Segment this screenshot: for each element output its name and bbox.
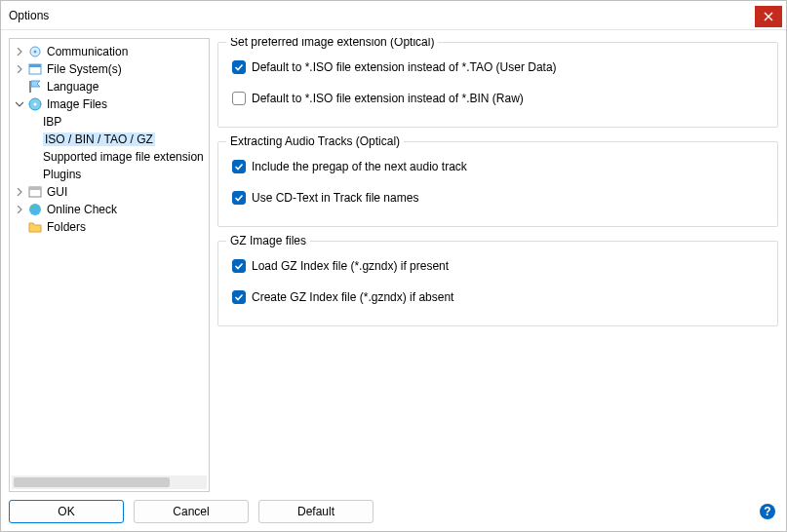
checkbox[interactable] [232, 92, 246, 105]
dialog-body: Communication File System(s) Language Im… [1, 30, 786, 492]
checkbox[interactable] [232, 160, 246, 173]
close-icon [764, 12, 773, 21]
checkbox-label: Default to *.ISO file extension instead … [252, 92, 524, 105]
scrollbar-thumb[interactable] [14, 477, 170, 487]
globe-icon [27, 202, 43, 217]
option-iso-instead-tao[interactable]: Default to *.ISO file extension instead … [232, 60, 764, 74]
tree-content: Communication File System(s) Language Im… [10, 43, 210, 236]
svg-rect-3 [29, 64, 41, 67]
disc-icon [27, 96, 43, 112]
checkbox-label: Include the pregap of the next audio tra… [252, 160, 467, 173]
calendar-icon [27, 61, 43, 77]
checkbox-label: Default to *.ISO file extension instead … [252, 60, 557, 74]
checkbox[interactable] [232, 290, 246, 304]
cancel-button[interactable]: Cancel [134, 500, 249, 523]
checkbox-label: Load GZ Index file (*.gzndx) if present [252, 259, 449, 273]
button-label: Default [297, 505, 334, 518]
folder-icon [27, 219, 43, 235]
button-label: OK [58, 505, 74, 518]
button-label: Cancel [173, 505, 209, 518]
option-use-cdtext[interactable]: Use CD-Text in Track file names [232, 191, 764, 205]
checkbox[interactable] [232, 259, 246, 273]
checkbox[interactable] [232, 60, 246, 74]
tree-item-language[interactable]: Language [10, 78, 210, 95]
tree-label: Supported image file extension [43, 150, 204, 164]
chevron-down-icon[interactable] [14, 98, 25, 110]
checkbox-label: Use CD-Text in Track file names [252, 191, 418, 205]
options-window: Options Communication File System(s) [0, 0, 787, 532]
option-create-gz-index[interactable]: Create GZ Index file (*.gzndx) if absent [232, 290, 764, 304]
tree-item-gui[interactable]: GUI [10, 183, 210, 201]
tree-item-iso-bin-tao-gz[interactable]: ISO / BIN / TAO / GZ [10, 131, 210, 148]
tree-label: Plugins [43, 168, 81, 181]
window-icon [27, 184, 43, 200]
svg-point-6 [34, 103, 37, 106]
chevron-right-icon[interactable] [14, 63, 25, 75]
group-legend: GZ Image files [226, 234, 310, 247]
group-legend: Extracting Audio Tracks (Optical) [226, 134, 404, 148]
tree-item-ibp[interactable]: IBP [10, 113, 210, 131]
tree-item-communication[interactable]: Communication [10, 43, 210, 60]
tree-item-folders[interactable]: Folders [10, 218, 210, 236]
svg-text:?: ? [764, 505, 770, 518]
option-include-pregap[interactable]: Include the pregap of the next audio tra… [232, 160, 764, 173]
dialog-footer: OK Cancel Default ? [1, 492, 786, 531]
tree-item-onlinecheck[interactable]: Online Check [10, 201, 210, 218]
horizontal-scrollbar[interactable] [12, 475, 207, 489]
checkbox[interactable] [232, 191, 246, 205]
tree-label: Image Files [47, 97, 107, 111]
tree-item-plugins[interactable]: Plugins [10, 166, 210, 183]
chevron-right-icon[interactable] [14, 46, 25, 57]
tree-label: ISO / BIN / TAO / GZ [43, 133, 155, 146]
tree-label: GUI [47, 185, 67, 199]
tree-label: Language [47, 80, 98, 94]
tree-label: Communication [47, 45, 128, 58]
chevron-right-icon[interactable] [14, 186, 25, 198]
gear-icon [27, 44, 43, 59]
checkbox-label: Create GZ Index file (*.gzndx) if absent [252, 290, 453, 304]
flag-icon [27, 79, 43, 95]
tree-item-imagefiles[interactable]: Image Files [10, 95, 210, 113]
help-button[interactable]: ? [759, 503, 776, 520]
svg-point-9 [29, 204, 41, 215]
tree-label: IBP [43, 115, 61, 129]
tree-label: Folders [47, 220, 86, 234]
option-load-gz-index[interactable]: Load GZ Index file (*.gzndx) if present [232, 259, 764, 273]
tree-item-supported-ext[interactable]: Supported image file extension [10, 148, 210, 166]
tree-label: File System(s) [47, 62, 122, 76]
settings-panel: Set preferred image extension (Optical) … [217, 38, 778, 492]
tree-label: Online Check [47, 203, 117, 216]
group-gz-image-files: GZ Image files Load GZ Index file (*.gzn… [217, 241, 778, 326]
chevron-right-icon[interactable] [14, 204, 25, 215]
svg-point-1 [34, 51, 37, 54]
close-button[interactable] [755, 6, 782, 27]
group-legend: Set preferred image extension (Optical) [226, 38, 438, 49]
group-preferred-extension: Set preferred image extension (Optical) … [217, 42, 778, 128]
titlebar: Options [1, 1, 786, 30]
window-title: Options [9, 9, 49, 22]
tree-panel[interactable]: Communication File System(s) Language Im… [9, 38, 210, 492]
help-icon: ? [759, 503, 776, 520]
svg-rect-8 [29, 187, 41, 190]
ok-button[interactable]: OK [9, 500, 124, 523]
tree-item-filesystems[interactable]: File System(s) [10, 60, 210, 78]
option-iso-instead-bin[interactable]: Default to *.ISO file extension instead … [232, 92, 764, 105]
group-extracting-audio: Extracting Audio Tracks (Optical) Includ… [217, 141, 778, 227]
default-button[interactable]: Default [258, 500, 374, 523]
